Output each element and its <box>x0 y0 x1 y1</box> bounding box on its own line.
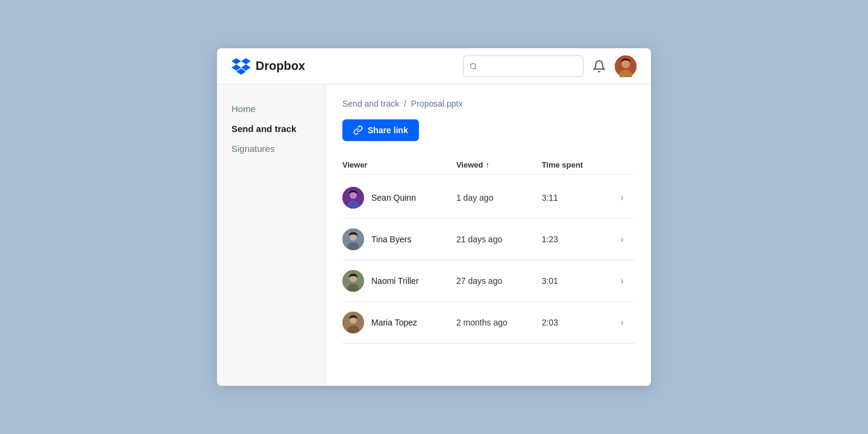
viewed-cell: 2 months ago <box>456 318 542 327</box>
link-icon <box>353 125 363 135</box>
content-area: Send and track / Proposal.pptx Share lin… <box>326 84 651 386</box>
search-icon <box>470 62 477 71</box>
viewer-name: Tina Byers <box>371 234 411 244</box>
avatar-maria-topez <box>342 312 364 333</box>
table-body: Sean Quinn 1 day ago 3:11 › <box>342 177 634 344</box>
search-input[interactable] <box>481 61 577 71</box>
time-cell: 3:01 <box>542 276 610 286</box>
table-row[interactable]: Maria Topez 2 months ago 2:03 › <box>342 302 634 344</box>
table-header: Viewer Viewed ↑ Time spent <box>342 156 634 175</box>
viewer-cell: Tina Byers <box>342 228 456 250</box>
sort-arrow: ↑ <box>485 160 489 169</box>
time-cell: 1:23 <box>542 234 610 244</box>
time-cell: 2:03 <box>542 318 610 327</box>
time-cell: 3:11 <box>542 193 610 203</box>
bell-icon <box>593 60 606 73</box>
logo-area: Dropbox <box>231 57 305 76</box>
chevron-icon[interactable]: › <box>610 234 634 245</box>
bell-button[interactable] <box>591 58 608 75</box>
search-bar[interactable] <box>463 55 583 77</box>
dropbox-logo-icon <box>231 57 251 76</box>
user-avatar-image <box>615 55 637 77</box>
breadcrumb: Send and track / Proposal.pptx <box>342 99 634 108</box>
header-right <box>463 55 637 77</box>
sidebar: Home Send and track Signatures <box>217 84 326 386</box>
viewer-cell: Maria Topez <box>342 312 456 333</box>
svg-point-5 <box>622 60 629 68</box>
breadcrumb-separator: / <box>404 99 406 108</box>
sidebar-item-send-and-track[interactable]: Send and track <box>217 119 325 139</box>
viewer-cell: Sean Quinn <box>342 187 456 209</box>
column-viewer: Viewer <box>342 160 456 169</box>
breadcrumb-parent: Send and track <box>342 99 399 108</box>
avatar-sean-quinn <box>342 187 364 209</box>
breadcrumb-current: Proposal.pptx <box>411 99 463 108</box>
viewer-cell: Naomi Triller <box>342 270 456 292</box>
avatar-tina-byers <box>342 228 364 250</box>
logo-text: Dropbox <box>256 59 305 73</box>
chevron-icon[interactable]: › <box>610 275 634 286</box>
table-row[interactable]: Sean Quinn 1 day ago 3:11 › <box>342 177 634 219</box>
share-link-button[interactable]: Share link <box>342 119 419 141</box>
table-row[interactable]: Naomi Triller 27 days ago 3:01 › <box>342 260 634 302</box>
main-layout: Home Send and track Signatures Send and … <box>217 84 651 386</box>
svg-line-1 <box>475 68 476 69</box>
column-time-spent: Time spent <box>542 160 610 169</box>
column-viewed[interactable]: Viewed ↑ <box>456 160 542 169</box>
viewed-cell: 27 days ago <box>456 276 542 286</box>
app-window: Dropbox <box>217 48 651 386</box>
viewed-cell: 21 days ago <box>456 234 542 244</box>
chevron-icon[interactable]: › <box>610 192 634 203</box>
viewed-cell: 1 day ago <box>456 193 542 203</box>
viewer-name: Sean Quinn <box>371 193 416 203</box>
chevron-icon[interactable]: › <box>610 317 634 328</box>
viewer-name: Maria Topez <box>371 318 417 327</box>
svg-point-7 <box>350 192 357 199</box>
table-row[interactable]: Tina Byers 21 days ago 1:23 › <box>342 219 634 260</box>
avatar-naomi-triller <box>342 270 364 292</box>
sidebar-item-signatures[interactable]: Signatures <box>217 139 325 159</box>
avatar[interactable] <box>615 55 637 77</box>
sidebar-item-home[interactable]: Home <box>217 99 325 119</box>
svg-point-0 <box>471 63 476 68</box>
header: Dropbox <box>217 48 651 84</box>
viewer-name: Naomi Triller <box>371 276 419 286</box>
